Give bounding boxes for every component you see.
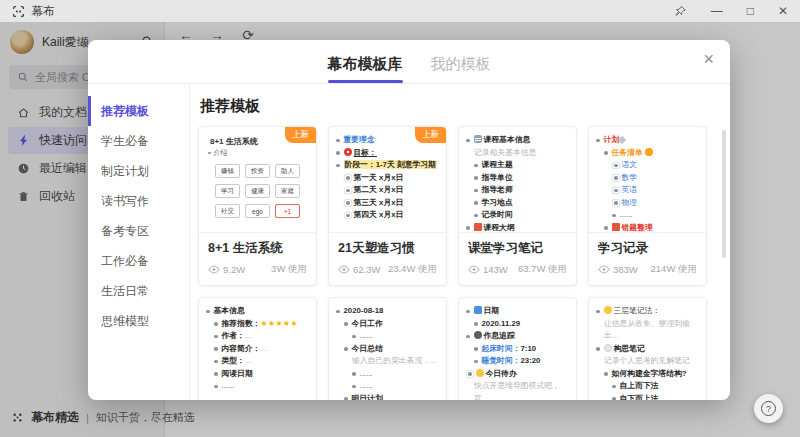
outline-line: 记录个人思考的见解笔记 [596, 355, 701, 368]
template-preview: 2020-08-18今日工作......今日总结输入自己的突出表现，......… [329, 298, 446, 400]
outline-line: 快点开思维导图模式吧，可... [466, 380, 571, 400]
view-count: 9.2W [223, 264, 245, 275]
bullet [474, 360, 478, 364]
outline-text: 输入自己的突出表现，... [352, 356, 436, 365]
grid-cell: 学习 [215, 184, 240, 198]
template-card[interactable]: 三层笔记法：让信息从收集、整理到输出...构思笔记记录个人思考的见解笔记如何构建… [588, 297, 707, 400]
eye-icon [598, 265, 610, 274]
pin-icon[interactable] [674, 5, 687, 18]
template-title: 21天塑造习惯 [338, 240, 437, 257]
outline-text: 第二天 x月x日 [354, 185, 404, 194]
outline-text: 2020.11.29 [482, 319, 521, 328]
life-system-grid: 赚钱投资助人学习健康家庭社交ego+1 [215, 164, 311, 218]
collapsed-bullet [346, 189, 350, 193]
maximize-icon[interactable]: □ [747, 5, 754, 17]
category-planning[interactable]: 制定计划 [88, 156, 189, 186]
new-badge: 上新 [415, 127, 446, 143]
outline-text: ★★★★★ [260, 319, 297, 328]
card-footer: 课堂学习笔记 143W 63.7W 使用 [459, 233, 576, 276]
book-icon [474, 223, 482, 231]
template-preview: 三层笔记法：让信息从收集、整理到输出...构思笔记记录个人思考的见解笔记如何构建… [589, 298, 706, 400]
question-mark-icon: ? [761, 401, 776, 416]
outline-line: 自下而上法 [596, 393, 701, 401]
modal-header: 幕布模板库 我的模板 × [88, 40, 730, 84]
category-recommended[interactable]: 推荐模板 [88, 96, 189, 126]
bullet [466, 310, 470, 314]
outline-line: 阶段一：1-7天 刻意学习期 [336, 159, 441, 172]
outline-text: 自上而下法 [620, 381, 659, 390]
category-thinking-models[interactable]: 思维模型 [88, 306, 189, 336]
card-stats: 143W 63.7W 使用 [468, 263, 567, 276]
outline-line: 阅读日期 [206, 368, 311, 381]
tab-template-library[interactable]: 幕布模板库 [328, 55, 403, 83]
outline-text: 英语 [622, 185, 638, 194]
template-cards-grid: 上新 8+1 生活系统介绍赚钱投资助人学习健康家庭社交ego+1 8+1 生活系… [198, 126, 714, 400]
outline-line: 错题整理 [596, 222, 701, 234]
outline-text: 语文 [622, 160, 638, 169]
category-exam-prep[interactable]: 备考专区 [88, 216, 189, 246]
bullet [466, 226, 470, 230]
template-card[interactable]: 课程基本信息记录相关基本信息课程主题指导单位指导老师学习地点记录时间课程大纲 课… [458, 126, 577, 286]
bullet [214, 347, 218, 351]
outline-text: ...... [360, 369, 373, 378]
template-preview: 日期2020.11.29作息追踪起床时间：7:10睡觉时间：23:20今日待办快… [459, 298, 576, 400]
bullet [336, 139, 340, 143]
bullet [336, 164, 340, 168]
template-category-menu: 推荐模板 学生必备 制定计划 读书写作 备考专区 工作必备 生活日常 思维模型 [88, 84, 190, 400]
category-daily-life[interactable]: 生活日常 [88, 276, 189, 306]
bullet [336, 310, 340, 314]
card-stats: 383W 214W 使用 [598, 263, 697, 276]
close-window-icon[interactable]: ✕ [778, 5, 788, 17]
outline-text: 记录时间 [482, 210, 513, 219]
template-card[interactable]: 基本信息推荐指数：★★★★★作者：...内容简介：...类型：...阅读日期..… [198, 297, 317, 400]
outline-text: 第四天 x月x日 [354, 210, 404, 219]
bullet [352, 385, 356, 389]
outline-line: 课程大纲 [466, 222, 571, 234]
outline-text: 阅读日期 [222, 369, 253, 378]
outline-line: 起床时间：7:10 [466, 343, 571, 356]
outline-line: 第四天 x月x日 [336, 209, 441, 222]
help-button[interactable]: ? [754, 394, 783, 423]
bullet [596, 347, 600, 351]
card-stats: 9.2W 3W 使用 [208, 263, 307, 276]
outline-line: ...... [336, 368, 441, 381]
outline-text: 物理 [622, 198, 638, 207]
outline-line: 计划 [596, 134, 701, 147]
outline-line: 物理 [596, 197, 701, 210]
tab-my-templates[interactable]: 我的模板 [431, 55, 491, 83]
bullet [344, 397, 348, 400]
outline-line: 自上而下法 [596, 380, 701, 393]
used-count: 214W 使用 [651, 263, 697, 276]
outline-text: 睡觉时间： [482, 356, 521, 365]
bullet [612, 385, 616, 389]
outline-text: 学习地点 [482, 198, 513, 207]
outline-line: 今日总结 [336, 343, 441, 356]
bullet [474, 164, 478, 168]
outline-line: 类型：... [206, 355, 311, 368]
category-work[interactable]: 工作必备 [88, 246, 189, 276]
template-card[interactable]: 计划任务清单 语文数学英语物理......错题整理 学习记录 383W 214W… [588, 126, 707, 286]
close-icon[interactable]: × [703, 50, 714, 68]
outline-text: 作息追踪 [484, 331, 515, 340]
template-title: 学习记录 [598, 240, 697, 257]
bullet [214, 372, 218, 376]
category-students[interactable]: 学生必备 [88, 126, 189, 156]
outline-text: 记录相关基本信息 [474, 148, 536, 157]
minimize-icon[interactable]: — [711, 5, 723, 17]
bullet [352, 372, 356, 376]
book-icon [612, 223, 620, 231]
outline-text: 第三天 x月x日 [354, 198, 404, 207]
template-card[interactable]: 2020-08-18今日工作......今日总结输入自己的突出表现，......… [328, 297, 447, 400]
template-card[interactable]: 上新 重要理念目标：阶段一：1-7天 刻意学习期第一天 x月x日第二天 x月x日… [328, 126, 447, 286]
template-card[interactable]: 上新 8+1 生活系统介绍赚钱投资助人学习健康家庭社交ego+1 8+1 生活系… [198, 126, 317, 286]
outline-text: 今日待办 [486, 369, 517, 378]
outline-text: 任务清单 [612, 148, 645, 157]
bullet [596, 139, 600, 143]
modal-scrollbar[interactable] [722, 130, 726, 258]
bulb-icon [476, 369, 484, 377]
category-reading-writing[interactable]: 读书写作 [88, 186, 189, 216]
template-card[interactable]: 日期2020.11.29作息追踪起床时间：7:10睡觉时间：23:20今日待办快… [458, 297, 577, 400]
bullet [466, 139, 470, 143]
view-count: 62.3W [353, 264, 380, 275]
outline-line: ...... [596, 209, 701, 222]
